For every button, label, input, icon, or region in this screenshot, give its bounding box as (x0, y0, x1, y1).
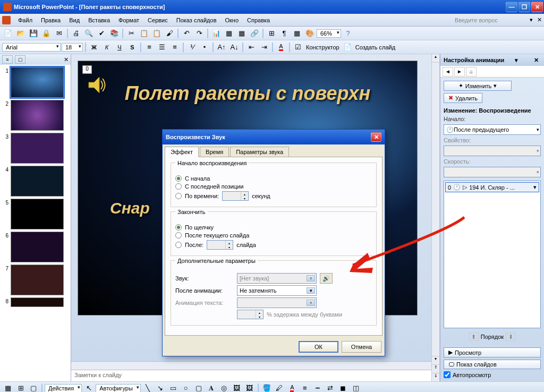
nav-back-icon[interactable]: ◄ (443, 67, 453, 76)
shadow-style-icon[interactable]: ◼ (337, 382, 349, 393)
menu-window[interactable]: Окно (221, 16, 243, 24)
new-slide-label[interactable]: Создать слайд (354, 44, 396, 50)
spelling-icon[interactable]: ✔ (96, 28, 107, 39)
ok-button[interactable]: ОК (299, 341, 338, 353)
rectangle-icon[interactable]: ▭ (167, 382, 179, 393)
save-icon[interactable]: 💾 (28, 28, 39, 39)
research-icon[interactable]: 📚 (108, 28, 120, 39)
print-preview-icon[interactable]: 🔍 (83, 28, 95, 39)
bullets-icon[interactable]: • (199, 41, 210, 53)
move-up-icon[interactable]: ⬆ (469, 333, 479, 341)
arrow-icon[interactable]: ↘ (155, 382, 166, 393)
slide-thumb-7[interactable] (11, 265, 64, 295)
copy-icon[interactable]: 📋 (138, 28, 150, 39)
help-icon[interactable]: ? (342, 28, 354, 39)
show-formatting-icon[interactable]: ¶ (278, 28, 290, 39)
line-color-icon[interactable]: 🖊 (274, 382, 285, 393)
oval-icon[interactable]: ○ (180, 382, 192, 393)
radio-after-slides[interactable] (175, 242, 182, 248)
help-dropdown-icon[interactable]: ▾ (530, 16, 533, 23)
help-search[interactable]: Введите вопрос (450, 16, 530, 24)
radio-after-current[interactable] (175, 232, 182, 238)
designer-icon[interactable]: ☑ (292, 41, 304, 53)
hyperlink-icon[interactable]: 🔗 (249, 28, 260, 39)
bold-icon[interactable]: Ж (88, 41, 100, 53)
view-normal-icon[interactable]: ▦ (2, 382, 14, 393)
after-anim-combo[interactable]: Не затемнять▾ (237, 285, 317, 296)
wordart-icon[interactable]: 𝐀 (206, 382, 217, 393)
diagram-icon[interactable]: ◎ (218, 382, 230, 393)
clipart-icon[interactable]: 🖼 (231, 382, 243, 393)
slide-thumb-1[interactable] (11, 67, 64, 98)
doc-close-icon[interactable]: ✕ (537, 16, 542, 23)
delete-effect-button[interactable]: ✖Удалить (444, 93, 482, 103)
shadow-icon[interactable]: S (126, 41, 138, 53)
menu-slideshow[interactable]: Показ слайдов (172, 16, 221, 24)
zoom-combo[interactable]: 66% (317, 29, 341, 38)
preview-button[interactable]: ▶Просмотр (444, 347, 541, 357)
decrease-font-icon[interactable]: A↓ (228, 41, 240, 53)
menu-edit[interactable]: Правка (37, 16, 65, 24)
tab-sound-params[interactable]: Параметры звука (230, 147, 289, 157)
textbox-icon[interactable]: ▢ (193, 382, 205, 393)
autopreview-checkbox[interactable] (444, 371, 450, 378)
grid-icon[interactable]: ▦ (291, 28, 303, 39)
align-center-icon[interactable]: ☰ (156, 41, 168, 53)
radio-from-start[interactable] (175, 175, 182, 182)
speaker-icon[interactable] (86, 74, 107, 96)
paste-icon[interactable]: 📋 (151, 28, 163, 39)
menu-format[interactable]: Формат (114, 16, 143, 24)
align-right-icon[interactable]: ≡ (169, 41, 181, 53)
undo-icon[interactable]: ↶ (181, 28, 192, 39)
tab-timing[interactable]: Время (200, 147, 229, 157)
maximize-button[interactable]: ❐ (518, 2, 530, 12)
align-left-icon[interactable]: ≡ (143, 41, 155, 53)
dash-style-icon[interactable]: ┅ (312, 382, 324, 393)
autoshapes-menu[interactable]: Автофигуры (96, 384, 141, 393)
sound-preview-button[interactable]: 🔊 (320, 273, 333, 284)
designer-label[interactable]: Конструктор (305, 44, 341, 50)
nav-forward-icon[interactable]: ► (454, 67, 465, 76)
slide-thumb-6[interactable] (11, 232, 64, 262)
outline-tab[interactable]: ≡ (2, 55, 13, 64)
close-panel-icon[interactable]: ✕ (64, 56, 69, 63)
numbering-icon[interactable]: ⅟ (186, 41, 198, 53)
tables-borders-icon[interactable]: ▦ (236, 28, 248, 39)
cancel-button[interactable]: Отмена (342, 341, 381, 353)
open-icon[interactable]: 📂 (15, 28, 27, 39)
arrow-style-icon[interactable]: ⇄ (325, 382, 336, 393)
underline-icon[interactable]: Ч (114, 41, 125, 53)
slideshow-button[interactable]: 🖵Показ слайдов (444, 360, 541, 369)
animation-tag[interactable]: 0 (82, 65, 92, 74)
radio-from-last[interactable] (175, 183, 182, 190)
dialog-close-button[interactable]: ✕ (371, 132, 381, 142)
task-pane-dropdown-icon[interactable]: ▾ (515, 57, 518, 64)
menu-tools[interactable]: Сервис (143, 16, 172, 24)
item-dropdown-icon[interactable]: ▾ (533, 184, 537, 191)
notes-pane[interactable]: Заметки к слайду (71, 370, 431, 381)
print-icon[interactable]: 🖨 (70, 28, 82, 39)
expand-icon[interactable]: ⊞ (266, 28, 277, 39)
menu-help[interactable]: Справка (243, 16, 274, 24)
canvas-scrollbar[interactable] (71, 361, 431, 370)
move-down-icon[interactable]: ⬇ (506, 333, 515, 341)
increase-indent-icon[interactable]: ⇥ (258, 41, 270, 53)
line-icon[interactable]: ╲ (142, 382, 154, 393)
font-color-icon[interactable]: A (275, 41, 287, 53)
format-painter-icon[interactable]: 🖌 (164, 28, 175, 39)
menu-insert[interactable]: Вставка (84, 16, 114, 24)
3d-style-icon[interactable]: ◫ (350, 382, 362, 393)
select-icon[interactable]: ↖ (83, 382, 95, 393)
redo-icon[interactable]: ↷ (193, 28, 205, 39)
view-sorter-icon[interactable]: ⊞ (15, 382, 27, 393)
animation-list-item[interactable]: 0 🕐 ▷ 194 И. Скляр - ... ▾ (445, 182, 539, 192)
font-name-combo[interactable]: Arial (2, 43, 61, 52)
line-style-icon[interactable]: ≡ (299, 382, 311, 393)
animation-list[interactable]: 0 🕐 ▷ 194 И. Скляр - ... ▾ (444, 181, 541, 328)
vertical-scrollbar[interactable]: ▴ ▾ ⇑ ⇓ (431, 54, 440, 381)
font-color-draw-icon[interactable]: A (286, 382, 298, 393)
view-slideshow-icon[interactable]: ▢ (28, 382, 39, 393)
table-icon[interactable]: ▦ (223, 28, 235, 39)
close-button[interactable]: ✕ (531, 2, 543, 12)
slide-thumb-8[interactable] (11, 297, 64, 307)
